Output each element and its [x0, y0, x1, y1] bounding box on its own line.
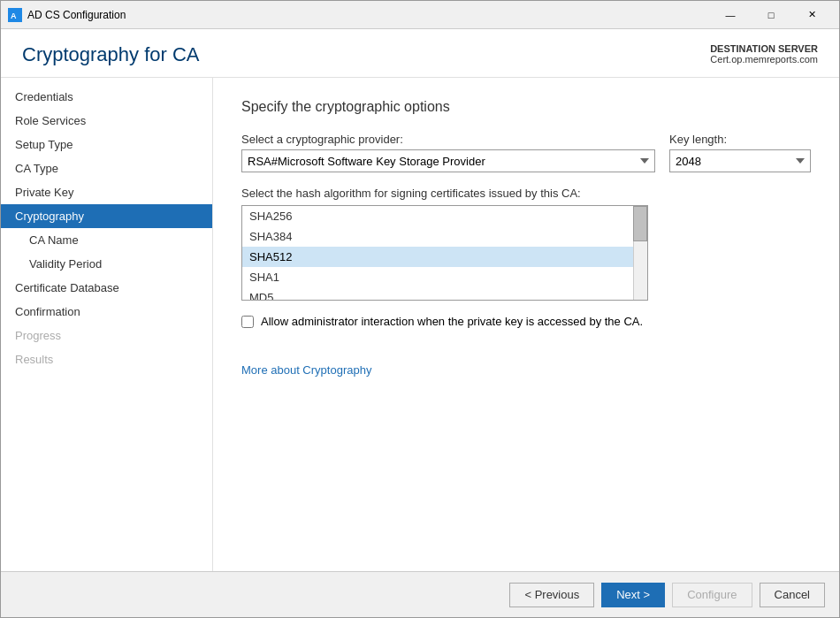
content-wrapper: Cryptography for CA DESTINATION SERVER C… — [1, 29, 839, 571]
hash-item-sha512[interactable]: SHA512 — [242, 247, 647, 267]
sidebar-item-progress: Progress — [1, 324, 212, 347]
provider-key-row: Select a cryptographic provider: RSA#Mic… — [241, 133, 811, 172]
sidebar-item-setup-type[interactable]: Setup Type — [1, 133, 212, 156]
checkbox-row: Allow administrator interaction when the… — [241, 315, 811, 328]
window-controls: — □ ✕ — [710, 1, 832, 29]
sidebar-item-results: Results — [1, 347, 212, 371]
key-length-group: Key length: 2048 1024 4096 — [669, 133, 811, 172]
hash-list-container: SHA256SHA384SHA512SHA1MD5 — [241, 205, 648, 301]
main-window: A AD CS Configuration — □ ✕ Cryptography… — [0, 0, 840, 618]
destination-label: DESTINATION SERVER — [710, 43, 818, 54]
scrollbar-track — [633, 206, 647, 300]
provider-label: Select a cryptographic provider: — [241, 133, 655, 146]
title-bar: A AD CS Configuration — □ ✕ — [1, 1, 839, 29]
provider-group: Select a cryptographic provider: RSA#Mic… — [241, 133, 655, 172]
page-title: Cryptography for CA — [22, 43, 200, 66]
window-title: AD CS Configuration — [27, 9, 710, 21]
sidebar-item-ca-name[interactable]: CA Name — [1, 228, 212, 252]
close-button[interactable]: ✕ — [791, 1, 832, 29]
sidebar-item-role-services[interactable]: Role Services — [1, 109, 212, 133]
sidebar-item-ca-type[interactable]: CA Type — [1, 156, 212, 180]
panel-title: Specify the cryptographic options — [241, 99, 811, 115]
main-content: CredentialsRole ServicesSetup TypeCA Typ… — [1, 78, 839, 571]
footer: < Previous Next > Configure Cancel — [1, 571, 839, 617]
hash-section: Select the hash algorithm for signing ce… — [241, 187, 811, 301]
svg-text:A: A — [11, 11, 17, 20]
cancel-button[interactable]: Cancel — [760, 583, 825, 607]
admin-interaction-label: Allow administrator interaction when the… — [261, 315, 643, 328]
previous-button[interactable]: < Previous — [509, 583, 594, 607]
hash-list[interactable]: SHA256SHA384SHA512SHA1MD5 — [242, 206, 647, 300]
key-length-select[interactable]: 2048 1024 4096 — [669, 149, 811, 172]
hash-item-sha256[interactable]: SHA256 — [242, 206, 647, 226]
app-icon: A — [8, 8, 22, 22]
sidebar-item-cryptography[interactable]: Cryptography — [1, 204, 212, 228]
app-header: Cryptography for CA DESTINATION SERVER C… — [1, 29, 839, 78]
provider-select[interactable]: RSA#Microsoft Software Key Storage Provi… — [241, 149, 655, 172]
maximize-button[interactable]: □ — [751, 1, 791, 29]
key-length-label: Key length: — [669, 133, 811, 146]
configure-button: Configure — [672, 583, 752, 607]
hash-item-md5[interactable]: MD5 — [242, 287, 647, 300]
minimize-button[interactable]: — — [710, 1, 751, 29]
next-button[interactable]: Next > — [601, 583, 665, 607]
sidebar-item-credentials[interactable]: Credentials — [1, 85, 212, 109]
destination-server-info: DESTINATION SERVER Cert.op.memreports.co… — [710, 43, 818, 65]
sidebar-item-validity-period[interactable]: Validity Period — [1, 252, 212, 276]
more-about-cryptography-link[interactable]: More about Cryptography — [241, 363, 371, 377]
hash-item-sha384[interactable]: SHA384 — [242, 226, 647, 247]
sidebar-item-confirmation[interactable]: Confirmation — [1, 300, 212, 324]
sidebar: CredentialsRole ServicesSetup TypeCA Typ… — [1, 78, 213, 571]
scrollbar-thumb — [633, 206, 647, 241]
sidebar-item-certificate-database[interactable]: Certificate Database — [1, 276, 212, 300]
destination-value: Cert.op.memreports.com — [710, 54, 818, 65]
hash-item-sha1[interactable]: SHA1 — [242, 267, 647, 287]
admin-interaction-checkbox[interactable] — [241, 316, 254, 328]
right-panel: Specify the cryptographic options Select… — [213, 78, 839, 571]
hash-section-label: Select the hash algorithm for signing ce… — [241, 187, 811, 200]
sidebar-item-private-key[interactable]: Private Key — [1, 180, 212, 204]
